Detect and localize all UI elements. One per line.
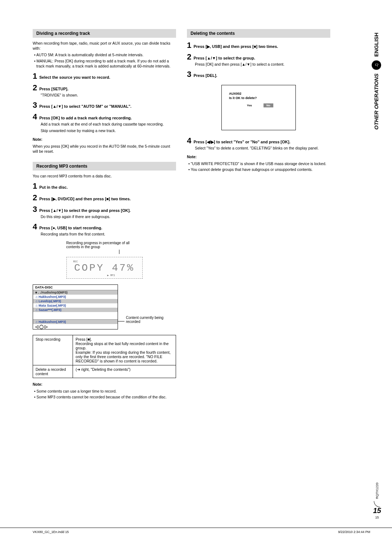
music-icon: ♫ xyxy=(372,61,381,70)
side-tab-other-operations: OTHER OPERATIONS xyxy=(373,74,380,130)
mp3-step-3-sub: Do this step again if there are subgroup… xyxy=(41,214,176,219)
table-row: Delete a recorded content (➔ right, "Del… xyxy=(33,365,176,378)
dialog-question: Is it OK to delete? xyxy=(229,96,288,100)
mp3-note-1: • Some contents can use a longer time to… xyxy=(33,389,176,394)
dialog-no-button[interactable]: No xyxy=(264,103,273,107)
current-recording-item: ♫ Hakkushon(.MP3) xyxy=(33,319,118,324)
dialog-title: AUX002 xyxy=(229,92,288,95)
page-number-small: 15 xyxy=(373,516,381,519)
delete-confirmation-dialog: AUX002 Is it OK to delete? Yes No xyxy=(221,85,296,130)
mp3-step-3: 3 Press [▲/▼] to select the group and pr… xyxy=(33,205,176,213)
mp3-step-4-sub: Recording starts from the first content. xyxy=(41,231,176,237)
step-number: 4 xyxy=(187,137,191,145)
dividing-bullet-manual: • MANUAL: Press [OK] during recording to… xyxy=(33,58,176,69)
step-number: 1 xyxy=(33,72,37,80)
dividing-step-4-sub1: Add a track mark at the end of each trac… xyxy=(41,122,176,127)
dividing-bullet-auto5m: • AUTO 5M: A track is automatically divi… xyxy=(33,52,176,57)
page-footer: VKX80_GC_1En.indd 15 9/22/2010 2:34:44 P… xyxy=(0,528,392,534)
display-caption: Recording progress in percentage of all … xyxy=(66,241,143,249)
deleting-step-1: 1 Press [▶, USB] and then press [■] two … xyxy=(187,41,330,49)
caption-pointer-line xyxy=(66,250,143,254)
table-cell-label: Stop recording xyxy=(33,335,73,365)
list-item: ♫ Hakkushon(.MP3) xyxy=(33,295,118,299)
display-text: COPY 47% xyxy=(74,262,134,274)
left-column: Dividing a recording track When recordin… xyxy=(33,29,176,400)
dialog-yes-button[interactable]: Yes xyxy=(244,103,255,107)
step-number: 2 xyxy=(33,84,37,92)
side-tab-english: ENGLISH xyxy=(373,33,380,57)
dividing-intro: When recording from tape, radio, music p… xyxy=(33,41,176,51)
step-number: 3 xyxy=(33,205,37,213)
step-number: 3 xyxy=(33,101,37,109)
deleting-note-2: • You cannot delete groups that have sub… xyxy=(187,167,330,172)
table-cell-desc: Press [■]. Recording stops at the last f… xyxy=(73,335,176,365)
right-column: Deleting the contents 1 Press [▶, USB] a… xyxy=(187,29,330,400)
nav-control-icon: ◁ ◯ ▷ xyxy=(33,324,118,329)
dividing-step-4: 4 Press [OK] to add a track mark during … xyxy=(33,113,176,121)
data-disc-header: DATA-DISC xyxy=(33,285,118,290)
deleting-note-1: • "USB WRITE PROTECTED" is shown if the … xyxy=(187,161,330,166)
footer-timestamp: 9/22/2010 2:34:44 PM xyxy=(338,530,370,534)
step-number: 2 xyxy=(187,53,191,61)
side-tab: OTHER OPERATIONS ♫ ENGLISH xyxy=(372,33,381,130)
mp3-intro: You can record MP3 contents from a data … xyxy=(33,173,176,179)
dividing-note-label: Note: xyxy=(33,137,176,142)
step-number: 3 xyxy=(187,70,191,78)
document-id: RQTX1220 xyxy=(375,483,379,499)
mp3-step-1: 1 Put in the disc. xyxy=(33,182,176,190)
step-number: 4 xyxy=(33,113,37,121)
mp3-operations-table: Stop recording Press [■]. Recording stop… xyxy=(33,335,176,378)
display-panel: REC COPY 47% ▶ MP3 xyxy=(66,257,143,279)
data-disc-list: DATA-DISC ■ . ./Audio/mp3(MP3) ♫ Hakkush… xyxy=(33,284,118,329)
section-header-mp3: Recording MP3 contents xyxy=(33,162,176,171)
mp3-step-4: 4 Press [●, USB] to start recording. xyxy=(33,223,176,231)
deleting-step-4-sub: Select "Yes" to delete a content. "DELET… xyxy=(195,146,330,151)
step-number: 1 xyxy=(33,182,37,190)
section-header-dividing: Dividing a recording track xyxy=(33,29,176,38)
deleting-step-3: 3 Press [DEL]. xyxy=(187,70,330,78)
dividing-step-1: 1 Select the source you want to record. xyxy=(33,72,176,80)
mp3-indicator: ▶ MP3 xyxy=(107,274,115,277)
mp3-note-2: • Some MP3 contents cannot be recorded b… xyxy=(33,394,176,399)
list-item: ♫ Sazae***(.MP3) xyxy=(33,308,118,312)
table-row: Stop recording Press [■]. Recording stop… xyxy=(33,335,176,365)
deleting-step-2-sub: Press [OK] and then press [▲/▼] to selec… xyxy=(195,62,330,67)
dividing-step-3: 3 Press [▲/▼] to select "AUTO 5M" or "MA… xyxy=(33,101,176,109)
page-number: RQTX1220 15 15 xyxy=(373,483,381,519)
dividing-step-2: 2 Press [SETUP]. xyxy=(33,84,176,92)
page-number-large: 15 xyxy=(373,501,381,515)
dividing-note: When you press [OK] while you record in … xyxy=(33,144,176,154)
deleting-note-label: Note: xyxy=(187,154,330,159)
table-cell-label: Delete a recorded content xyxy=(33,365,73,378)
list-item: ♫ Mata Sazae(.MP3) xyxy=(33,303,118,308)
dividing-step-4-sub2: Skip unwanted noise by making a new trac… xyxy=(41,128,176,133)
list-item: ♫ LevelUp(.MP3) xyxy=(33,299,118,303)
list-item: ■ . ./Audio/mp3(MP3) xyxy=(33,290,118,295)
dividing-step-2-sub: "TRDIVIDE" is shown. xyxy=(41,93,176,98)
rec-indicator: REC xyxy=(73,260,78,263)
step-number: 4 xyxy=(33,223,37,231)
deleting-step-2: 2 Press [▲/▼] to select the group. xyxy=(187,53,330,61)
step-number: 2 xyxy=(33,194,37,202)
mp3-note-label: Note: xyxy=(33,382,176,387)
mp3-step-2: 2 Press [▶, DVD/CD] and then press [■] t… xyxy=(33,194,176,202)
footer-filename: VKX80_GC_1En.indd 15 xyxy=(33,530,69,534)
section-header-deleting: Deleting the contents xyxy=(187,29,330,38)
table-cell-desc: (➔ right, "Deleting the contents") xyxy=(73,365,176,378)
current-recording-annotation: Content currently being recorded xyxy=(118,316,167,329)
deleting-step-4: 4 Press [◀/▶] to select "Yes" or "No" an… xyxy=(187,137,330,145)
step-number: 1 xyxy=(187,41,191,49)
